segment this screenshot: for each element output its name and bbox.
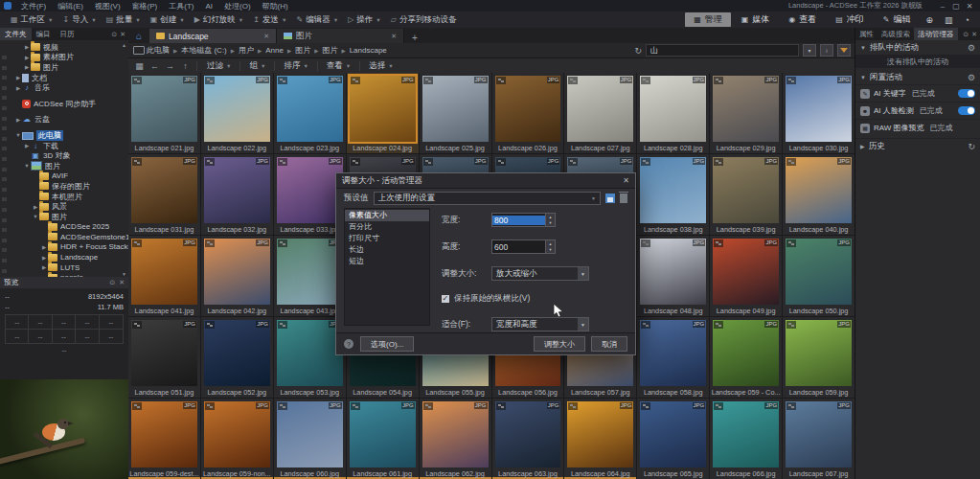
- gear-icon[interactable]: ⚙: [968, 73, 975, 82]
- close-icon[interactable]: ✕: [623, 176, 629, 185]
- minimize-icon[interactable]: –: [936, 2, 949, 11]
- filter-button-排序[interactable]: 排序▼: [278, 60, 313, 72]
- mode-extra-icon-1[interactable]: ▥: [940, 15, 958, 25]
- chevron-down-icon[interactable]: ▾: [803, 44, 816, 57]
- dialog-title-bar[interactable]: 调整大小 - 活动管理器 ✕: [336, 173, 635, 189]
- filter-button-过滤[interactable]: 过滤▼: [201, 60, 237, 72]
- toolbar-button-4[interactable]: ▶幻灯放映▼: [190, 13, 249, 27]
- tree-item-下载[interactable]: ▶↓下载: [0, 141, 128, 151]
- doc-tab-图片[interactable]: 图片✕: [277, 29, 404, 43]
- breadcrumb-图片[interactable]: 图片: [295, 45, 310, 56]
- tree-item-此电脑[interactable]: ▼此电脑: [0, 130, 128, 141]
- menu-item-1[interactable]: 编辑(E): [52, 2, 89, 11]
- thumbnail-cell[interactable]: JPGLandscape 051.jpg: [128, 317, 201, 399]
- tree-item-文档[interactable]: ▶文档: [0, 73, 128, 83]
- sidebar-tab-日历[interactable]: 日历: [56, 28, 80, 40]
- tree-item-3D 对象[interactable]: ▣3D 对象: [0, 150, 128, 161]
- breadcrumb-此电脑[interactable]: 此电脑: [147, 45, 170, 56]
- breadcrumb-Anne[interactable]: Anne: [265, 46, 284, 55]
- idle-section-header[interactable]: ▼ 闲置活动 ⚙: [855, 70, 980, 84]
- tree-item-云盘[interactable]: ▶☁云盘: [0, 115, 128, 125]
- thumbnail-cell[interactable]: JPGLandscape 038.jpg: [637, 154, 710, 236]
- menu-item-4[interactable]: 工具(T): [163, 2, 199, 11]
- panel-tab-活动管理器[interactable]: 活动管理器: [914, 28, 958, 40]
- mode-extra-icon-2[interactable]: ◔: [960, 15, 974, 25]
- sidebar-tab-编目[interactable]: 编目: [32, 28, 56, 40]
- thumbnail-cell[interactable]: JPGLandscape 041.jpg: [128, 236, 201, 317]
- pin-icon[interactable]: ⊙: [963, 31, 969, 38]
- tree-item-图片[interactable]: ▼图片: [0, 212, 128, 222]
- tree-item-ACDSee 2025[interactable]: ACDSee 2025: [0, 222, 128, 233]
- toolbar-button-0[interactable]: ▦工作区▼: [6, 13, 58, 27]
- tree-item-AVIF[interactable]: AVIF: [0, 171, 128, 182]
- preview-image[interactable]: [0, 379, 128, 479]
- up-icon[interactable]: ↑: [178, 61, 193, 71]
- close-panel-icon[interactable]: ✕: [120, 31, 125, 38]
- thumbnail-cell[interactable]: JPGLandscape 059-non...: [201, 399, 274, 479]
- resize-mode-dropdown[interactable]: 放大或缩小 ▼: [491, 266, 589, 281]
- tree-item-ACDSeeGemstone15[interactable]: ACDSeeGemstone15: [0, 232, 128, 242]
- thumbnail-cell[interactable]: JPGLandscape 039.jpg: [710, 154, 783, 236]
- sidebar-tab-文件夹[interactable]: 文件夹: [0, 28, 32, 40]
- easy-select-strip[interactable]: [2, 56, 7, 279]
- tree-item-保存的图片[interactable]: 保存的图片: [0, 181, 128, 192]
- doc-tab-Landscape[interactable]: Landscape✕: [149, 29, 277, 43]
- thumbnail-cell[interactable]: JPGLandscape 029.jpg: [710, 73, 783, 154]
- tree-item-风景[interactable]: ▶风景: [0, 201, 128, 212]
- thumbnail-cell[interactable]: JPGLandscape 063.jpg: [492, 399, 565, 479]
- panel-tab-属性[interactable]: 属性: [855, 28, 877, 40]
- gear-icon[interactable]: ⚙: [968, 43, 975, 53]
- filter-button-选择[interactable]: 选择▼: [363, 60, 399, 72]
- new-tab-button[interactable]: +: [404, 33, 425, 43]
- close-panel-icon[interactable]: ✕: [119, 279, 125, 286]
- tree-item-本机照片[interactable]: 本机照片: [0, 192, 128, 202]
- tree-scrollbar[interactable]: ▲▼: [121, 42, 127, 277]
- filter-icon[interactable]: [837, 44, 851, 57]
- tree-item-HDR + Focus Stacking[interactable]: ▶HDR + Focus Stacking: [0, 242, 128, 253]
- menu-item-5[interactable]: AI: [199, 2, 218, 11]
- pin-icon[interactable]: ⊙: [109, 279, 115, 286]
- fit-dropdown[interactable]: 宽度和高度 ▼: [491, 317, 589, 331]
- toggle-on[interactable]: [958, 106, 975, 115]
- toolbar-button-2[interactable]: ▤批量▼: [102, 13, 146, 27]
- menu-item-2[interactable]: 视图(V): [89, 2, 126, 11]
- thumbnail-cell[interactable]: JPGLandscape 061.jpg: [347, 399, 420, 479]
- filter-button-查看[interactable]: 查看▼: [321, 60, 356, 72]
- thumbnail-cell[interactable]: JPGLandscape 040.jpg: [783, 154, 855, 236]
- forward-icon[interactable]: →: [163, 61, 177, 71]
- close-panel-icon[interactable]: ✕: [971, 31, 977, 38]
- thumbnail-cell[interactable]: JPGLandscape 064.jpg: [564, 399, 637, 479]
- thumbnail-cell[interactable]: JPGLandscape 065.jpg: [637, 399, 710, 479]
- thumbnail-cell[interactable]: JPGLandscape 058.jpg: [637, 317, 710, 399]
- resize-mode-option-百分比[interactable]: 百分比: [345, 221, 429, 233]
- menu-item-0[interactable]: 文件(F): [15, 2, 52, 11]
- thumbnail-cell[interactable]: JPGLandscape 026.jpg: [492, 73, 565, 154]
- toolbar-button-5[interactable]: ↥发送▼: [248, 13, 291, 27]
- thumbnail-cell[interactable]: JPGLandscape 066.jpg: [710, 399, 783, 479]
- thumbnail-cell[interactable]: JPGLandscape 062.jpg: [420, 399, 492, 479]
- width-input[interactable]: 800 ▲▼: [491, 213, 556, 227]
- thumbnail-cell[interactable]: JPGLandscape 052.jpg: [201, 317, 274, 399]
- breadcrumb-Landscape[interactable]: Landscape: [350, 46, 387, 55]
- thumbnail-cell[interactable]: JPGLandscape 059.jpg: [783, 317, 855, 399]
- thumbnail-cell[interactable]: JPGLandscape 060.jpg: [274, 399, 347, 479]
- tree-item-图片[interactable]: ▼图片: [0, 161, 128, 171]
- resize-mode-option-像素值大小[interactable]: 像素值大小: [345, 210, 429, 221]
- breadcrumb-用户[interactable]: 用户: [239, 45, 254, 56]
- resize-mode-option-长边[interactable]: 长边: [345, 244, 429, 256]
- thumbnail-cell[interactable]: JPGLandscape 042.jpg: [201, 236, 274, 317]
- pin-icon[interactable]: ⊙: [111, 31, 117, 38]
- thumbnail-cell[interactable]: JPGLandscape 067.jpg: [783, 399, 855, 479]
- tree-item-LUTS[interactable]: ▶LUTS: [0, 262, 128, 273]
- toolbar-button-6[interactable]: ✎编辑器▼: [291, 13, 343, 27]
- breadcrumb-本地磁盘 (C:)[interactable]: 本地磁盘 (C:): [181, 45, 227, 56]
- thumbnail-cell[interactable]: JPGLandscape 030.jpg: [783, 73, 855, 154]
- thumbnail-cell[interactable]: JPGLandscape 028.jpg: [637, 73, 710, 154]
- thumbnail-cell[interactable]: JPGLandscape 023.jpg: [274, 73, 347, 154]
- thumbnail-cell[interactable]: JPGLandscape 021.jpg: [128, 73, 201, 154]
- mode-tab-冲印[interactable]: ▤冲印: [827, 12, 873, 27]
- thumbnail-cell[interactable]: JPGLandscape 048.jpg: [637, 236, 710, 317]
- tree-item-图片[interactable]: ▶图片: [0, 62, 128, 73]
- resize-mode-option-打印尺寸[interactable]: 打印尺寸: [345, 233, 429, 244]
- close-icon[interactable]: ✕: [391, 33, 397, 40]
